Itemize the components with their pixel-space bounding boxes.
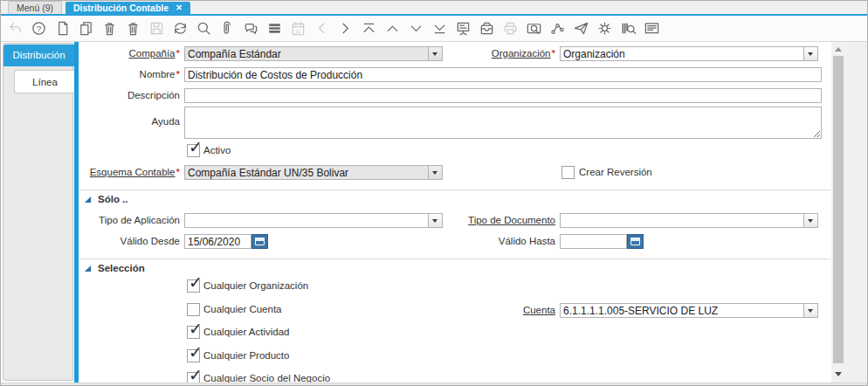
check-icon: ✓ [189,272,203,292]
checkbox-label-cualquier-organizaci-n: Cualquier Organización [203,279,308,293]
archive-icon[interactable] [479,19,495,38]
valido-desde-calendar-icon[interactable] [251,234,268,249]
tipo-aplicacion-input[interactable] [185,214,428,227]
checkbox-cualquier-actividad[interactable]: ✓ [187,326,200,339]
valido-desde-label: Válido Desde [78,234,180,249]
product-info-icon[interactable] [620,19,637,38]
save-icon [148,19,165,38]
window-tab-distribuci-n-contable[interactable]: Distribución Contable✕ [65,2,190,14]
detail-record-icon[interactable] [337,19,354,38]
delete-selection-icon[interactable] [125,19,141,38]
copy-record-icon[interactable] [78,19,94,38]
ayuda-label: Ayuda [78,114,180,129]
check-icon: ✓ [189,342,203,362]
organizacion-input[interactable] [561,47,803,60]
descripcion-input[interactable] [184,88,822,103]
screenshot-icon[interactable] [526,19,542,38]
vertical-scrollbar[interactable] [831,42,845,383]
checkbox-label-cualquier-cuenta: Cualquier Cuenta [203,303,282,316]
sidebar-tab-distribuci-n[interactable]: Distribución [3,45,74,66]
print-icon [502,19,519,38]
tipo-documento-label[interactable]: Tipo de Documento [437,213,555,228]
cuenta-dropdown-icon[interactable] [803,304,817,317]
application-window: Menú (9)Distribución Contable✕ ?31 Distr… [0,0,868,386]
scrollbar-thumb[interactable] [833,56,844,363]
solo-section-header: Sólo .. [84,194,128,204]
check-icon: ✓ [189,137,203,156]
crear-reversion-checkbox[interactable] [561,166,575,179]
undo-icon [7,19,24,38]
tipo-documento-input[interactable] [561,214,803,227]
calendar-icon: 31 [290,19,307,38]
grid-toggle-icon[interactable] [266,19,283,38]
checkbox-cualquier-cuenta[interactable] [187,303,200,316]
ayuda-textarea[interactable] [184,107,822,139]
valido-hasta-label: Válido Hasta [437,234,555,249]
esquema-contable-input[interactable] [185,166,428,179]
send-mail-icon[interactable] [573,19,589,38]
window-tabbar: Menú (9)Distribución Contable✕ [1,1,867,14]
crear-reversion-label: Crear Reversión [579,166,652,179]
help-icon[interactable]: ? [31,19,47,38]
esquema-contable-dropdown-icon[interactable] [428,166,442,179]
parent-record-icon [313,19,330,38]
valido-hasta-calendar-icon[interactable] [627,234,644,249]
checkbox-cualquier-producto[interactable]: ✓ [187,349,200,362]
section-divider [79,190,830,190]
report-icon[interactable] [455,19,472,38]
collapse-icon[interactable] [84,265,92,272]
cuenta-label[interactable]: Cuenta [437,303,555,318]
workflow-icon[interactable] [549,19,566,38]
solo-section-title: Sólo .. [98,194,128,204]
activo-label: Activo [203,144,231,157]
check-icon: ✓ [189,319,203,338]
activo-checkbox[interactable]: ✓ [187,144,200,157]
esquema-contable-combo [184,165,443,180]
valido-hasta-input[interactable] [560,234,627,249]
checkbox-label-cualquier-actividad: Cualquier Actividad [203,326,289,339]
chat-icon[interactable] [243,19,259,38]
compania-input[interactable] [185,47,428,60]
horizontal-scrollbar[interactable] [1,383,867,386]
window-tab-men-9[interactable]: Menú (9) [8,1,62,14]
window-tab-label: Menú (9) [17,2,53,14]
window-tab-label: Distribución Contable [73,2,169,14]
svg-text:31: 31 [295,29,300,34]
checkbox-label-cualquier-producto: Cualquier Producto [203,349,289,362]
check-icon: ✓ [189,365,203,384]
checkbox-cualquier-organizaci-n[interactable]: ✓ [187,279,200,293]
tipo-documento-dropdown-icon[interactable] [803,214,817,227]
previous-record-icon[interactable] [384,19,401,38]
collapse-icon[interactable] [84,196,92,203]
organizacion-label[interactable]: Organización* [437,46,555,61]
organizacion-dropdown-icon[interactable] [803,47,817,60]
seleccion-section-header: Selección [84,263,145,273]
refresh-icon[interactable] [172,19,189,38]
toolbar: ?31 [1,16,867,42]
scroll-down-icon[interactable] [835,372,842,376]
cuenta-input[interactable] [561,304,803,317]
organizacion-combo [560,46,818,61]
next-record-icon[interactable] [408,19,424,38]
preference-icon[interactable] [596,19,613,38]
attachment-icon[interactable] [219,19,236,38]
window-help-icon[interactable] [644,19,660,38]
first-record-icon[interactable] [361,19,377,38]
seleccion-section-title: Selección [98,263,145,273]
last-record-icon[interactable] [431,19,448,38]
new-record-icon[interactable] [54,19,71,38]
esquema-contable-label[interactable]: Esquema Contable* [78,165,180,180]
valido-desde-input[interactable] [184,234,251,249]
compania-label[interactable]: Compañía* [78,46,180,61]
nombre-input[interactable] [184,67,822,82]
scroll-up-icon[interactable] [835,47,842,52]
cuenta-combo [560,303,818,318]
delete-record-icon[interactable] [101,19,118,38]
sidebar-tab-l-nea[interactable]: Línea [14,70,75,93]
compania-combo [184,46,443,61]
tipo-documento-combo [560,213,818,228]
tipo-aplicacion-combo [184,213,443,228]
close-tab-icon[interactable]: ✕ [176,2,183,14]
nombre-label: Nombre* [78,67,180,82]
find-record-icon[interactable] [196,19,212,38]
